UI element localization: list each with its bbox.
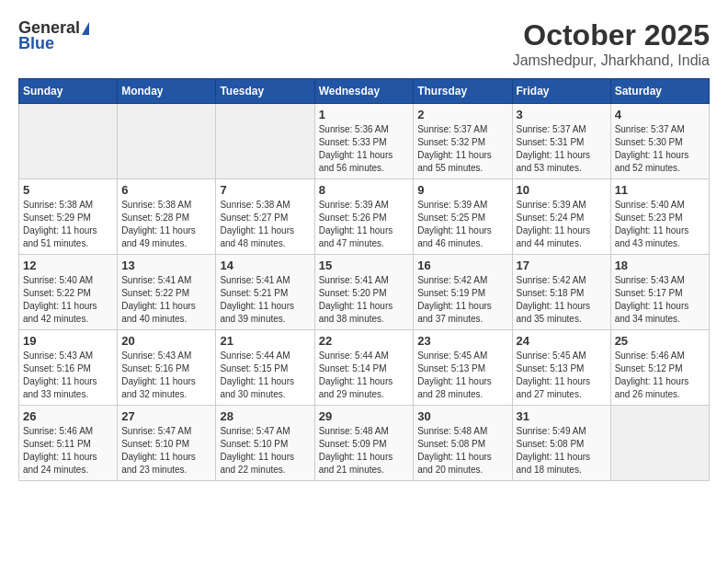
- calendar-cell: 7Sunrise: 5:38 AM Sunset: 5:27 PM Daylig…: [216, 179, 314, 255]
- day-number: 15: [319, 259, 410, 272]
- day-info: Sunrise: 5:47 AM Sunset: 5:10 PM Dayligh…: [121, 425, 211, 477]
- calendar-cell: 30Sunrise: 5:48 AM Sunset: 5:08 PM Dayli…: [414, 406, 512, 481]
- day-number: 20: [121, 334, 211, 348]
- calendar-cell: 20Sunrise: 5:43 AM Sunset: 5:16 PM Dayli…: [118, 330, 216, 406]
- calendar: Sunday Monday Tuesday Wednesday Thursday…: [18, 78, 710, 481]
- calendar-cell: 17Sunrise: 5:42 AM Sunset: 5:18 PM Dayli…: [512, 255, 610, 330]
- calendar-cell: 16Sunrise: 5:42 AM Sunset: 5:19 PM Dayli…: [414, 255, 512, 330]
- day-number: 1: [319, 108, 410, 121]
- calendar-cell: 29Sunrise: 5:48 AM Sunset: 5:09 PM Dayli…: [314, 406, 414, 481]
- logo: General Blue: [18, 18, 91, 53]
- day-number: 24: [517, 334, 607, 348]
- day-number: 19: [23, 334, 113, 348]
- day-info: Sunrise: 5:44 AM Sunset: 5:15 PM Dayligh…: [220, 350, 310, 401]
- calendar-header: Sunday Monday Tuesday Wednesday Thursday…: [19, 79, 710, 104]
- day-info: Sunrise: 5:49 AM Sunset: 5:08 PM Dayligh…: [517, 425, 607, 477]
- day-info: Sunrise: 5:46 AM Sunset: 5:12 PM Dayligh…: [615, 350, 705, 401]
- day-info: Sunrise: 5:43 AM Sunset: 5:16 PM Dayligh…: [23, 350, 113, 401]
- day-number: 31: [517, 409, 607, 423]
- calendar-cell: 26Sunrise: 5:46 AM Sunset: 5:11 PM Dayli…: [19, 406, 118, 481]
- weekday-saturday: Saturday: [610, 79, 709, 104]
- calendar-cell: 10Sunrise: 5:39 AM Sunset: 5:24 PM Dayli…: [512, 179, 610, 255]
- day-number: 29: [319, 409, 410, 423]
- calendar-cell: [610, 406, 709, 481]
- calendar-cell: 8Sunrise: 5:39 AM Sunset: 5:26 PM Daylig…: [314, 179, 414, 255]
- day-info: Sunrise: 5:45 AM Sunset: 5:13 PM Dayligh…: [417, 350, 507, 401]
- day-number: 13: [121, 259, 211, 272]
- day-number: 3: [517, 108, 607, 121]
- day-info: Sunrise: 5:37 AM Sunset: 5:30 PM Dayligh…: [615, 123, 705, 175]
- calendar-cell: 27Sunrise: 5:47 AM Sunset: 5:10 PM Dayli…: [118, 406, 216, 481]
- day-info: Sunrise: 5:38 AM Sunset: 5:27 PM Dayligh…: [220, 199, 310, 250]
- day-number: 22: [319, 334, 410, 348]
- day-number: 9: [417, 183, 507, 197]
- day-number: 4: [615, 108, 705, 121]
- day-number: 16: [417, 259, 507, 272]
- day-info: Sunrise: 5:38 AM Sunset: 5:28 PM Dayligh…: [121, 199, 211, 250]
- calendar-cell: 13Sunrise: 5:41 AM Sunset: 5:22 PM Dayli…: [118, 255, 216, 330]
- calendar-cell: 6Sunrise: 5:38 AM Sunset: 5:28 PM Daylig…: [118, 179, 216, 255]
- day-number: 5: [23, 183, 113, 197]
- day-number: 12: [23, 259, 113, 272]
- calendar-cell: 1Sunrise: 5:36 AM Sunset: 5:33 PM Daylig…: [314, 104, 414, 179]
- day-info: Sunrise: 5:37 AM Sunset: 5:32 PM Dayligh…: [417, 123, 507, 175]
- calendar-cell: 11Sunrise: 5:40 AM Sunset: 5:23 PM Dayli…: [610, 179, 709, 255]
- calendar-cell: [118, 104, 216, 179]
- calendar-cell: [19, 104, 118, 179]
- day-info: Sunrise: 5:43 AM Sunset: 5:17 PM Dayligh…: [615, 274, 705, 326]
- day-info: Sunrise: 5:41 AM Sunset: 5:22 PM Dayligh…: [121, 274, 211, 326]
- day-info: Sunrise: 5:45 AM Sunset: 5:13 PM Dayligh…: [517, 350, 607, 401]
- day-info: Sunrise: 5:42 AM Sunset: 5:18 PM Dayligh…: [517, 274, 607, 326]
- weekday-thursday: Thursday: [414, 79, 512, 104]
- weekday-sunday: Sunday: [19, 79, 118, 104]
- calendar-cell: 3Sunrise: 5:37 AM Sunset: 5:31 PM Daylig…: [512, 104, 610, 179]
- calendar-cell: 9Sunrise: 5:39 AM Sunset: 5:25 PM Daylig…: [414, 179, 512, 255]
- logo-icon: [82, 22, 89, 35]
- day-number: 11: [615, 183, 705, 197]
- calendar-cell: [216, 104, 314, 179]
- day-info: Sunrise: 5:47 AM Sunset: 5:10 PM Dayligh…: [220, 425, 310, 477]
- day-info: Sunrise: 5:48 AM Sunset: 5:09 PM Dayligh…: [319, 425, 410, 477]
- calendar-cell: 5Sunrise: 5:38 AM Sunset: 5:29 PM Daylig…: [19, 179, 118, 255]
- calendar-cell: 25Sunrise: 5:46 AM Sunset: 5:12 PM Dayli…: [610, 330, 709, 406]
- calendar-cell: 15Sunrise: 5:41 AM Sunset: 5:20 PM Dayli…: [314, 255, 414, 330]
- day-info: Sunrise: 5:41 AM Sunset: 5:21 PM Dayligh…: [220, 274, 310, 326]
- calendar-cell: 4Sunrise: 5:37 AM Sunset: 5:30 PM Daylig…: [610, 104, 709, 179]
- day-number: 7: [220, 183, 310, 197]
- day-number: 28: [220, 409, 310, 423]
- calendar-cell: 28Sunrise: 5:47 AM Sunset: 5:10 PM Dayli…: [216, 406, 314, 481]
- weekday-tuesday: Tuesday: [216, 79, 314, 104]
- month-title: October 2025: [513, 18, 710, 52]
- calendar-cell: 23Sunrise: 5:45 AM Sunset: 5:13 PM Dayli…: [414, 330, 512, 406]
- day-info: Sunrise: 5:48 AM Sunset: 5:08 PM Dayligh…: [417, 425, 507, 477]
- day-number: 25: [615, 334, 705, 348]
- calendar-body: 1Sunrise: 5:36 AM Sunset: 5:33 PM Daylig…: [19, 104, 710, 481]
- day-number: 26: [23, 409, 113, 423]
- day-info: Sunrise: 5:42 AM Sunset: 5:19 PM Dayligh…: [417, 274, 507, 326]
- weekday-friday: Friday: [512, 79, 610, 104]
- day-info: Sunrise: 5:41 AM Sunset: 5:20 PM Dayligh…: [319, 274, 410, 326]
- day-number: 6: [121, 183, 211, 197]
- day-info: Sunrise: 5:40 AM Sunset: 5:22 PM Dayligh…: [23, 274, 113, 326]
- day-number: 23: [417, 334, 507, 348]
- calendar-cell: 14Sunrise: 5:41 AM Sunset: 5:21 PM Dayli…: [216, 255, 314, 330]
- day-number: 27: [121, 409, 211, 423]
- day-info: Sunrise: 5:44 AM Sunset: 5:14 PM Dayligh…: [319, 350, 410, 401]
- day-info: Sunrise: 5:39 AM Sunset: 5:26 PM Dayligh…: [319, 199, 410, 250]
- day-info: Sunrise: 5:39 AM Sunset: 5:24 PM Dayligh…: [517, 199, 607, 250]
- page-header: General Blue October 2025 Jamshedpur, Jh…: [18, 18, 710, 69]
- calendar-cell: 21Sunrise: 5:44 AM Sunset: 5:15 PM Dayli…: [216, 330, 314, 406]
- day-info: Sunrise: 5:37 AM Sunset: 5:31 PM Dayligh…: [517, 123, 607, 175]
- day-info: Sunrise: 5:46 AM Sunset: 5:11 PM Dayligh…: [23, 425, 113, 477]
- calendar-cell: 24Sunrise: 5:45 AM Sunset: 5:13 PM Dayli…: [512, 330, 610, 406]
- calendar-cell: 18Sunrise: 5:43 AM Sunset: 5:17 PM Dayli…: [610, 255, 709, 330]
- weekday-monday: Monday: [118, 79, 216, 104]
- day-number: 21: [220, 334, 310, 348]
- calendar-cell: 31Sunrise: 5:49 AM Sunset: 5:08 PM Dayli…: [512, 406, 610, 481]
- logo-blue: Blue: [18, 34, 54, 53]
- day-info: Sunrise: 5:43 AM Sunset: 5:16 PM Dayligh…: [121, 350, 211, 401]
- day-info: Sunrise: 5:40 AM Sunset: 5:23 PM Dayligh…: [615, 199, 705, 250]
- day-number: 17: [517, 259, 607, 272]
- calendar-cell: 12Sunrise: 5:40 AM Sunset: 5:22 PM Dayli…: [19, 255, 118, 330]
- location: Jamshedpur, Jharkhand, India: [513, 52, 710, 69]
